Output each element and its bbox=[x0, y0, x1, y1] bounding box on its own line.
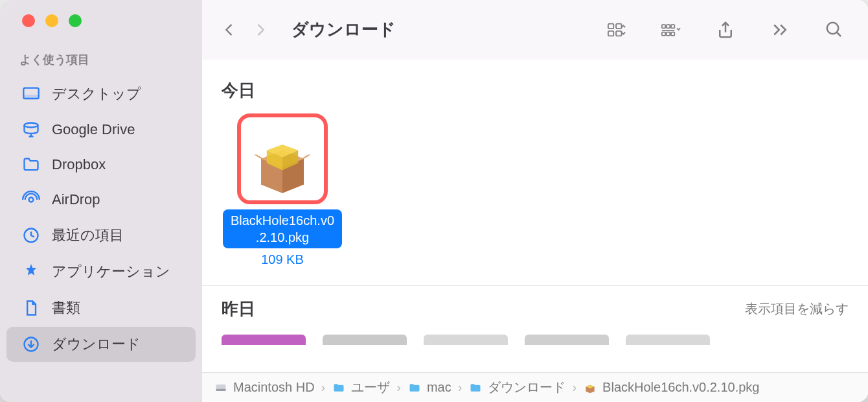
pkg-icon bbox=[242, 119, 323, 199]
view-mode-button[interactable] bbox=[602, 16, 631, 44]
nav-arrows bbox=[215, 16, 275, 44]
sidebar-item-apps[interactable]: アプリケーション bbox=[6, 254, 196, 289]
sidebar-item-folder[interactable]: Dropbox bbox=[6, 148, 196, 182]
file-thumbnail[interactable] bbox=[626, 335, 710, 345]
drive-icon bbox=[22, 121, 40, 139]
folder-icon bbox=[332, 381, 346, 395]
forward-button[interactable] bbox=[246, 16, 275, 44]
minimize-window-button[interactable] bbox=[45, 14, 58, 27]
path-segment-label: mac bbox=[427, 380, 451, 395]
sidebar-item-desktop[interactable]: デスクトップ bbox=[6, 77, 196, 112]
svg-rect-14 bbox=[667, 25, 670, 28]
path-segment-label: ユーザ bbox=[351, 379, 390, 396]
sidebar-item-drive[interactable]: Google Drive bbox=[6, 113, 196, 147]
icon-grid-today: BlackHole16ch.v0 .2.10.pkg 109 KB bbox=[202, 108, 868, 272]
content-area[interactable]: 今日 bbox=[202, 60, 868, 372]
show-less-button[interactable]: 表示項目を減らす bbox=[745, 300, 849, 318]
hdd-icon bbox=[214, 381, 228, 395]
highlight-outline bbox=[237, 113, 328, 204]
toolbar: ダウンロード bbox=[202, 0, 868, 60]
back-button[interactable] bbox=[215, 16, 244, 44]
path-segment[interactable]: Macintosh HD bbox=[214, 380, 315, 395]
toolbar-right bbox=[602, 16, 849, 44]
file-item[interactable]: BlackHole16ch.v0 .2.10.pkg 109 KB bbox=[218, 113, 347, 267]
sidebar-item-label: アプリケーション bbox=[52, 262, 170, 281]
svg-rect-32 bbox=[216, 388, 226, 390]
file-thumbnail[interactable] bbox=[525, 335, 609, 345]
share-button[interactable] bbox=[711, 16, 740, 44]
zoom-window-button[interactable] bbox=[69, 14, 82, 27]
chevron-right-icon: › bbox=[319, 380, 328, 395]
path-segment[interactable]: mac bbox=[407, 380, 451, 395]
section-header-row-yesterday: 昨日 表示項目を減らす bbox=[202, 285, 868, 320]
svg-rect-17 bbox=[662, 32, 665, 35]
sidebar-item-airdrop[interactable]: AirDrop bbox=[6, 183, 196, 217]
section-header-today: 今日 bbox=[202, 60, 868, 108]
sidebar-item-label: デスクトップ bbox=[52, 84, 141, 104]
sidebar-item-label: 最近の項目 bbox=[52, 226, 124, 245]
apps-icon bbox=[22, 263, 40, 281]
file-thumbnail[interactable] bbox=[424, 335, 508, 345]
file-thumbnail[interactable] bbox=[323, 335, 407, 345]
desktop-icon bbox=[22, 85, 40, 103]
file-name-label: BlackHole16ch.v0 .2.10.pkg bbox=[223, 209, 342, 248]
path-segment[interactable]: ユーザ bbox=[332, 379, 390, 396]
svg-point-2 bbox=[25, 123, 38, 128]
sidebar-item-label: 書類 bbox=[52, 298, 80, 318]
chevron-right-icon: › bbox=[455, 380, 465, 395]
sidebar-item-document[interactable]: 書類 bbox=[6, 290, 196, 325]
more-button[interactable] bbox=[766, 16, 794, 44]
folder-icon bbox=[407, 381, 422, 395]
section-header-yesterday: 昨日 bbox=[222, 298, 255, 320]
path-segment[interactable]: ダウンロード bbox=[468, 379, 565, 396]
svg-rect-11 bbox=[608, 30, 613, 36]
sidebar-item-label: ダウンロード bbox=[52, 335, 141, 354]
path-segment-label: BlackHole16ch.v0.2.10.pkg bbox=[602, 380, 759, 395]
document-icon bbox=[22, 299, 40, 317]
svg-rect-15 bbox=[671, 25, 674, 28]
chevron-right-icon: › bbox=[569, 380, 579, 395]
sidebar-item-label: AirDrop bbox=[52, 191, 100, 208]
close-window-button[interactable] bbox=[22, 14, 35, 27]
sidebar-item-clock[interactable]: 最近の項目 bbox=[6, 218, 196, 253]
clock-icon bbox=[22, 226, 40, 244]
path-segment[interactable]: BlackHole16ch.v0.2.10.pkg bbox=[583, 380, 759, 395]
svg-rect-1 bbox=[23, 95, 38, 99]
window-title: ダウンロード bbox=[280, 18, 396, 41]
finder-window: よく使う項目 デスクトップGoogle DriveDropboxAirDrop最… bbox=[0, 0, 868, 402]
path-segment-label: ダウンロード bbox=[488, 379, 565, 396]
sidebar-item-download[interactable]: ダウンロード bbox=[6, 327, 196, 362]
main-area: ダウンロード bbox=[202, 0, 868, 402]
group-by-button[interactable] bbox=[657, 16, 685, 44]
file-size-label: 109 KB bbox=[261, 252, 304, 267]
svg-marker-29 bbox=[254, 154, 264, 159]
airdrop-icon bbox=[22, 191, 40, 209]
search-button[interactable] bbox=[820, 16, 849, 44]
sidebar-section-favorites: よく使う項目 bbox=[0, 47, 202, 75]
svg-rect-13 bbox=[662, 25, 665, 28]
window-controls bbox=[0, 14, 202, 47]
sidebar-item-label: Google Drive bbox=[52, 121, 135, 138]
svg-point-5 bbox=[29, 198, 34, 202]
chevron-right-icon: › bbox=[394, 380, 404, 395]
svg-rect-18 bbox=[667, 32, 670, 35]
sidebar: よく使う項目 デスクトップGoogle DriveDropboxAirDrop最… bbox=[0, 0, 202, 402]
download-icon bbox=[22, 335, 40, 353]
icon-grid-yesterday bbox=[202, 320, 868, 345]
folder-icon bbox=[468, 381, 483, 395]
svg-rect-19 bbox=[671, 32, 674, 35]
sidebar-item-label: Dropbox bbox=[52, 156, 106, 173]
svg-marker-30 bbox=[301, 154, 311, 159]
pkg-icon bbox=[583, 381, 597, 395]
svg-rect-12 bbox=[616, 30, 621, 36]
path-bar[interactable]: Macintosh HD›ユーザ›mac›ダウンロード›BlackHole16c… bbox=[202, 372, 868, 402]
svg-rect-9 bbox=[608, 23, 613, 29]
path-segment-label: Macintosh HD bbox=[233, 380, 315, 395]
svg-rect-10 bbox=[616, 23, 621, 29]
svg-point-20 bbox=[827, 22, 839, 34]
folder-icon bbox=[22, 156, 40, 174]
svg-line-21 bbox=[837, 32, 841, 36]
file-thumbnail[interactable] bbox=[222, 335, 306, 345]
